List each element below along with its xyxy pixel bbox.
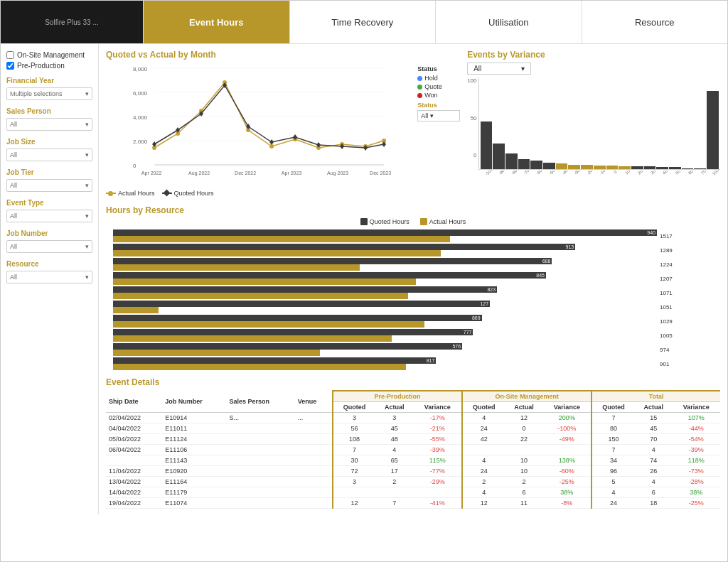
on-site-checkbox[interactable] — [6, 51, 14, 59]
table-row: E11143 30 65 115% 4 10 138% 34 74 118% — [106, 455, 720, 466]
tab-event-hours[interactable]: Event Hours — [143, 1, 289, 43]
resource-label: Resource — [6, 260, 92, 268]
filter-job-number: Job Number All ▾ — [6, 229, 92, 253]
col-sales-person: Sales Person — [227, 391, 295, 413]
won-legend: Won — [417, 92, 460, 99]
col-pp-variance: Variance — [413, 402, 462, 413]
table-row: 13/04/2022 E11164 3 2 -29% 2 2 -25% 5 4 … — [106, 477, 720, 487]
svg-text:Aug 2023: Aug 2023 — [327, 171, 348, 176]
main-layout: On-Site Management Pre-Production Financ… — [1, 44, 727, 514]
table-row: 04/04/2022 E11011 56 45 -21% 24 0 -100% … — [106, 423, 720, 434]
filter-job-size: Job Size All ▾ — [6, 138, 92, 161]
financial-year-select[interactable]: Multiple selections ▾ — [6, 87, 92, 100]
col-total: Total — [592, 391, 720, 402]
job-size-select[interactable]: All ▾ — [6, 148, 92, 161]
logo: Solfire Plus 33 ... — [1, 1, 143, 43]
table-row: 05/04/2022 E11124 108 48 -55% 42 22 -49%… — [106, 434, 720, 445]
charts-row: Quoted vs Actual by Month 8,000 6,000 4,… — [106, 50, 720, 197]
tab-resource[interactable]: Resource — [582, 1, 728, 43]
content: Quoted vs Actual by Month 8,000 6,000 4,… — [99, 44, 727, 514]
resource-bar-row: 576 974 — [113, 343, 685, 356]
job-number-select[interactable]: All ▾ — [6, 240, 92, 253]
job-tier-select[interactable]: All ▾ — [6, 179, 92, 192]
table-row: 02/04/2022 E10914 S... ... 3 3 -17% 4 12… — [106, 413, 720, 423]
svg-text:4,000: 4,000 — [133, 114, 148, 121]
col-os-actual: Actual — [505, 402, 543, 413]
svg-marker-22 — [152, 141, 156, 147]
svg-text:Apr 2023: Apr 2023 — [282, 171, 302, 176]
status-label: Status — [417, 65, 460, 72]
filter-event-type: Event Type All ▾ — [6, 199, 92, 222]
resource-title: Hours by Resource — [106, 205, 720, 215]
col-t-variance: Variance — [673, 402, 720, 413]
resource-select[interactable]: All ▾ — [6, 271, 92, 283]
events-by-variance-chart: Events by Variance All▾ 100 50 0 — [467, 50, 720, 197]
header: Solfire Plus 33 ... Event Hours Time Rec… — [1, 1, 727, 44]
tab-utilisation[interactable]: Utilisation — [435, 1, 582, 43]
table-row: 19/04/2022 E11074 12 7 -41% 12 11 -8% 24… — [106, 498, 720, 509]
svg-text:Dec 2023: Dec 2023 — [370, 171, 391, 175]
pre-production-label: Pre-Production — [17, 62, 65, 70]
filter-sales-person: Sales Person All ▾ — [6, 107, 92, 131]
job-tier-label: Job Tier — [6, 168, 92, 176]
legend-quoted: Quoted Hours — [162, 190, 214, 197]
event-details-table: Ship Date Job Number Sales Person Venue … — [106, 390, 720, 509]
variance-x-labels: -100 -90 -80 -70 -60 -50 -40 -30 -20 -10… — [467, 171, 720, 175]
table-row: 06/04/2022 E11106 7 4 -39% 7 4 -39% — [106, 445, 720, 455]
svg-marker-27 — [269, 139, 274, 145]
event-type-label: Event Type — [6, 199, 92, 207]
status-filter-dropdown[interactable]: All▾ — [417, 110, 460, 121]
svg-text:Apr 2022: Apr 2022 — [141, 171, 162, 176]
resource-bar-row: 127 1051 — [113, 301, 685, 313]
resource-legend: Quoted Hours Actual Hours — [106, 218, 720, 225]
col-ship-date: Ship Date — [106, 391, 162, 413]
sales-person-select[interactable]: All ▾ — [6, 118, 92, 131]
quoted-actual-title: Quoted vs Actual by Month — [106, 50, 460, 60]
table-row: 11/04/2022 E10920 72 17 -77% 24 10 -60% … — [106, 466, 720, 477]
svg-text:6,000: 6,000 — [133, 90, 148, 97]
header-tabs: Event Hours Time Recovery Utilisation Re… — [143, 1, 727, 43]
svg-text:2,000: 2,000 — [133, 139, 148, 145]
variance-dropdown[interactable]: All▾ — [467, 63, 531, 75]
table-row: 14/04/2022 E11179 4 6 38% 4 6 38% — [106, 487, 720, 498]
legend-actual: Actual Hours — [106, 190, 155, 197]
quote-legend: Quote — [417, 83, 460, 90]
logo-text: Solfire Plus 33 ... — [45, 18, 99, 26]
status-legend: Status Hold Quote Won — [417, 63, 460, 197]
event-type-select[interactable]: All ▾ — [6, 210, 92, 222]
resource-bar-row: 845 1207 — [113, 272, 685, 285]
variance-title: Events by Variance — [467, 50, 720, 60]
tab-time-recovery[interactable]: Time Recovery — [289, 1, 436, 43]
checkbox-pre-production[interactable]: Pre-Production — [6, 62, 92, 70]
col-os-variance: Variance — [543, 402, 592, 413]
actual-hours-legend: Actual Hours — [420, 218, 466, 225]
hold-legend: Hold — [417, 75, 460, 82]
col-t-actual: Actual — [635, 402, 673, 413]
resource-bar-row: 688 1224 — [113, 258, 685, 271]
filter-job-tier: Job Tier All ▾ — [6, 168, 92, 192]
resource-bar-row: 777 1005 — [113, 329, 685, 342]
filter-financial-year: Financial Year Multiple selections ▾ — [6, 77, 92, 100]
status-filter-label: Status — [417, 102, 460, 109]
col-job-number: Job Number — [162, 391, 226, 413]
pre-production-checkbox[interactable] — [6, 62, 14, 70]
checkbox-on-site[interactable]: On-Site Management — [6, 51, 92, 59]
financial-year-label: Financial Year — [6, 77, 92, 85]
resource-bar-row: 913 1289 — [113, 244, 685, 256]
col-pp-actual: Actual — [375, 402, 413, 413]
resource-bar-row: 817 901 — [113, 357, 685, 370]
job-size-label: Job Size — [6, 138, 92, 146]
on-site-label: On-Site Management — [17, 51, 85, 59]
sales-person-label: Sales Person — [6, 107, 92, 115]
svg-text:Aug 2022: Aug 2022 — [188, 171, 210, 176]
quoted-vs-actual-chart: Quoted vs Actual by Month 8,000 6,000 4,… — [106, 50, 460, 197]
resource-bar-row: 869 1029 — [113, 315, 685, 328]
sidebar: On-Site Management Pre-Production Financ… — [1, 44, 99, 514]
col-t-quoted: Quoted — [592, 402, 634, 413]
quoted-hours-legend: Quoted Hours — [360, 218, 410, 225]
job-number-label: Job Number — [6, 229, 92, 237]
col-pre-production: Pre-Production — [333, 391, 462, 402]
col-pp-quoted: Quoted — [333, 402, 375, 413]
variance-y-axis: 100 50 0 — [467, 77, 476, 170]
filter-resource: Resource All ▾ — [6, 260, 92, 283]
